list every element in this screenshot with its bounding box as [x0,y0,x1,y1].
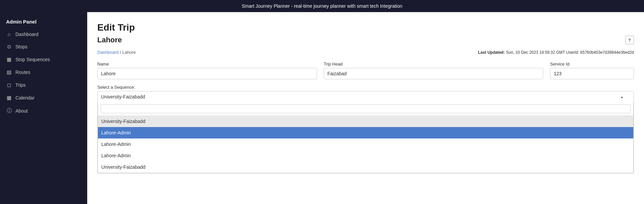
serviceid-field-group: Service Id [550,62,634,79]
userid-label: UserId: [566,50,579,55]
sidebar-label-stop-sequences: Stop Sequences [15,57,50,62]
name-input[interactable] [97,68,317,79]
calendar-icon: ▦ [6,95,12,101]
serviceid-label: Service Id [550,62,634,67]
triphead-input[interactable] [324,68,543,79]
sidebar-label-trips: Trips [15,82,26,88]
last-updated: Last Updated: Sun, 10 Dec 2023 18:59:32 … [478,50,634,55]
stop-sequences-icon: ▦ [6,56,12,63]
stops-icon: ⊙ [6,44,12,50]
sequence-group: Select a Sequence: University-Faizabadd … [97,85,634,173]
breadcrumb-dashboard-link[interactable]: Dashboard [97,50,119,55]
sidebar-label-about: About [15,108,28,114]
dropdown-item-3[interactable]: Lahore-Admin [98,150,633,161]
dropdown-search-area [98,102,633,116]
name-field-group: Name [97,62,317,79]
dashboard-icon: ⌂ [6,31,12,37]
sidebar-label-calendar: Calendar [15,95,35,100]
breadcrumb-row: Dashboard / Lahore Last Updated: Sun, 10… [97,50,634,55]
sidebar: Admin Panel ⌂ Dashboard ⊙ Stops ▦ Stop S… [0,12,87,204]
trip-name-heading: Lahore [97,36,122,44]
help-button[interactable]: ? [625,36,634,44]
routes-icon: ▤ [6,69,12,75]
breadcrumb: Dashboard / Lahore [97,50,136,55]
sequence-select-wrapper: University-Faizabadd ▲ University-Faizab… [97,91,634,173]
main-content: Edit Trip Lahore ? Dashboard / Lahore La… [87,12,644,204]
dropdown-item-2[interactable]: Lahore-Admin [98,138,633,150]
serviceid-input[interactable] [550,68,634,79]
sidebar-item-stops[interactable]: ⊙ Stops [0,40,87,53]
sequence-label: Select a Sequence: [97,85,634,90]
triphead-label: Trip Head [324,62,543,67]
breadcrumb-current: Lahore [122,50,136,55]
form-fields-row: Name Trip Head Service Id [97,62,634,79]
sidebar-label-routes: Routes [15,70,30,75]
dropdown-item-4[interactable]: University-Faizabadd [98,161,633,173]
dropdown-item-0[interactable]: University-Faizabadd [98,116,633,127]
sidebar-item-dashboard[interactable]: ⌂ Dashboard [0,28,87,40]
dropdown-search-input[interactable] [101,104,631,113]
triphead-field-group: Trip Head [324,62,543,79]
name-label: Name [97,62,317,67]
about-icon: ⓘ [6,108,12,114]
last-updated-label: Last Updated: [478,50,505,55]
select-arrow-icon: ▲ [620,95,624,99]
top-header: Smart Journey Planner - real-time journe… [0,0,644,12]
sidebar-item-about[interactable]: ⓘ About [0,104,87,117]
dropdown-container: University-Faizabadd Lahore-Admin Lahore… [98,102,634,173]
sidebar-item-stop-sequences[interactable]: ▦ Stop Sequences [0,53,87,66]
app-title: Admin Panel [0,15,87,28]
sequence-selected-value: University-Faizabadd [101,94,145,99]
trips-icon: ◻ [6,82,12,88]
page-title: Edit Trip [97,22,634,33]
dropdown-item-1[interactable]: Lahore-Admin [98,127,633,138]
sidebar-item-calendar[interactable]: ▦ Calendar [0,91,87,104]
dropdown-list: University-Faizabadd Lahore-Admin Lahore… [98,116,633,173]
sidebar-label-stops: Stops [15,44,28,49]
last-updated-value: Sun, 10 Dec 2023 18:59:32 GMT [506,50,565,55]
sequence-select-display[interactable]: University-Faizabadd ▲ [98,91,634,102]
sidebar-label-dashboard: Dashboard [15,32,39,37]
userid-value: 65760b403e7d39844e36ed2d [580,50,634,55]
header-title: Smart Journey Planner - real-time journe… [242,3,402,9]
sidebar-item-routes[interactable]: ▤ Routes [0,66,87,79]
sidebar-item-trips[interactable]: ◻ Trips [0,79,87,91]
